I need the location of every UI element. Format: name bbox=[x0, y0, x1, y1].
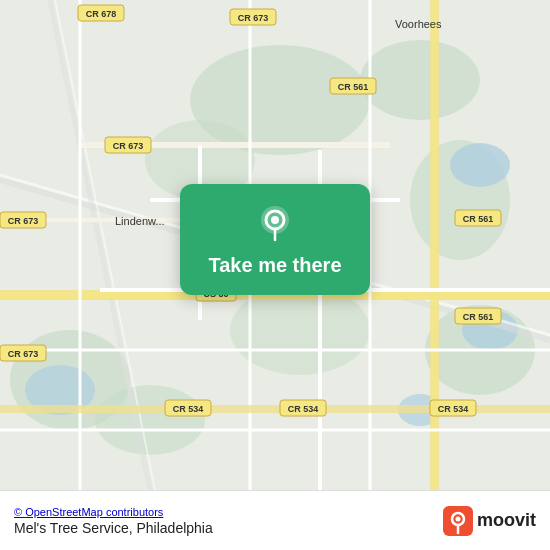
svg-text:CR 673: CR 673 bbox=[8, 349, 39, 359]
svg-text:CR 561: CR 561 bbox=[463, 312, 494, 322]
cta-overlay[interactable]: Take me there bbox=[180, 184, 370, 295]
svg-text:Lindenw...: Lindenw... bbox=[115, 215, 165, 227]
moovit-logo: moovit bbox=[443, 506, 536, 536]
svg-point-2 bbox=[360, 40, 480, 120]
bottom-bar: © OpenStreetMap contributors Mel's Tree … bbox=[0, 490, 550, 550]
osm-attribution: © OpenStreetMap contributors bbox=[14, 506, 213, 518]
svg-text:CR 534: CR 534 bbox=[288, 404, 319, 414]
place-name: Mel's Tree Service, Philadelphia bbox=[14, 520, 213, 536]
cta-button-label: Take me there bbox=[208, 254, 341, 277]
svg-text:CR 561: CR 561 bbox=[338, 82, 369, 92]
svg-point-66 bbox=[455, 516, 460, 521]
svg-text:CR 561: CR 561 bbox=[463, 214, 494, 224]
moovit-text: moovit bbox=[477, 510, 536, 531]
svg-point-6 bbox=[95, 385, 205, 455]
svg-point-9 bbox=[450, 143, 510, 187]
osm-prefix: © bbox=[14, 506, 25, 518]
osm-link[interactable]: OpenStreetMap contributors bbox=[25, 506, 163, 518]
location-pin-icon bbox=[253, 202, 297, 246]
map-container: CR 678 Voorhees CR 673 CR 673 CR 673 CR … bbox=[0, 0, 550, 490]
svg-text:CR 534: CR 534 bbox=[438, 404, 469, 414]
svg-text:Voorhees: Voorhees bbox=[395, 18, 442, 30]
svg-text:CR 673: CR 673 bbox=[113, 141, 144, 151]
svg-point-63 bbox=[271, 216, 279, 224]
svg-text:CR 534: CR 534 bbox=[173, 404, 204, 414]
svg-text:CR 673: CR 673 bbox=[8, 216, 39, 226]
svg-text:CR 678: CR 678 bbox=[86, 9, 117, 19]
svg-text:CR 673: CR 673 bbox=[238, 13, 269, 23]
moovit-icon bbox=[443, 506, 473, 536]
